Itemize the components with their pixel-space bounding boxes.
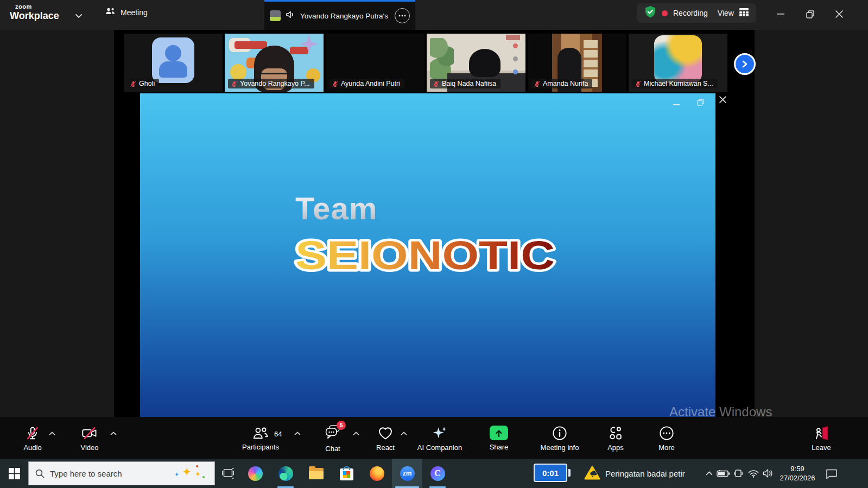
search-highlights-sparkle-icon: ✦ ✦ ✦ <box>174 465 208 481</box>
svg-text:SEIONOTIC: SEIONOTIC <box>295 233 555 278</box>
participant-name-label: Baiq Nada Nafiisa <box>430 79 500 88</box>
view-grid-icon[interactable] <box>739 8 749 18</box>
video-button[interactable]: Video <box>60 417 119 459</box>
tray-chevron-up-icon[interactable] <box>701 459 717 488</box>
app-titlebar: zoom Workplace Meeting Yovando Rangkayo … <box>0 0 868 30</box>
slide-window-minimize-icon[interactable] <box>673 98 680 108</box>
next-participants-button[interactable] <box>734 53 756 75</box>
slide-close-icon[interactable] <box>719 96 727 106</box>
firefox-icon <box>370 466 384 481</box>
search-input[interactable]: Type here to search ✦ ✦ ✦ <box>28 461 215 485</box>
tab-active-speaker[interactable]: Yovando Rangkayo Putra's sc <box>264 0 415 30</box>
window-close-button[interactable] <box>828 4 850 24</box>
clock-time: 9:59 <box>790 464 804 473</box>
tab-meeting-label: Meeting <box>121 8 148 17</box>
participant-tile-amanda[interactable]: Amanda Nurifa <box>528 34 626 92</box>
mic-muted-icon <box>433 80 440 87</box>
participants-count: 64 <box>274 430 282 438</box>
more-button[interactable]: More <box>637 417 696 459</box>
slide-window-restore-icon[interactable] <box>697 98 704 108</box>
mic-muted-icon <box>231 80 238 87</box>
task-view-icon <box>222 468 234 479</box>
workspace-chevron-down-icon[interactable] <box>75 11 83 21</box>
leave-button[interactable]: Leave <box>791 417 851 459</box>
zoom-meeting-window: zoom Workplace Meeting Yovando Rangkayo … <box>0 0 868 488</box>
participant-tile-gholi[interactable]: Gholi <box>124 34 223 92</box>
taskbar-clock[interactable]: 9:59 27/02/2026 <box>775 459 820 488</box>
taskbar-app-canva[interactable]: C <box>422 459 453 488</box>
participants-options-caret[interactable] <box>294 428 301 438</box>
taskbar-app-file-explorer[interactable] <box>301 459 331 488</box>
participant-name-label: Gholi <box>127 79 159 88</box>
avatar-placeholder-icon <box>152 37 194 83</box>
ai-companion-button[interactable]: AI Companion <box>410 417 470 459</box>
logo-text-workplace: Workplace <box>10 11 59 21</box>
apps-label: Apps <box>607 443 624 452</box>
security-shield-icon[interactable] <box>644 5 656 21</box>
taskbar-app-zoom[interactable]: zm <box>392 459 422 488</box>
action-center-icon[interactable] <box>824 459 839 488</box>
task-view-button[interactable] <box>215 459 241 488</box>
recording-status-group: Recording View <box>637 3 756 23</box>
audio-button[interactable]: Audio <box>3 417 62 459</box>
news-weather-text[interactable]: Peringatan badai petir <box>605 459 685 488</box>
leave-label: Leave <box>812 443 831 452</box>
windows-taskbar: Type here to search ✦ ✦ ✦ <box>0 459 868 488</box>
taskbar-app-firefox[interactable] <box>362 459 392 488</box>
camera-muted-icon <box>81 426 98 441</box>
meeting-people-icon <box>105 7 116 17</box>
view-button-label[interactable]: View <box>718 9 734 17</box>
mic-muted-icon <box>25 426 40 441</box>
zoom-app-icon: zm <box>400 466 415 481</box>
meeting-toolbar: Audio Video Participants 64 <box>0 417 868 459</box>
audio-label: Audio <box>23 443 41 452</box>
taskbar-app-edge[interactable] <box>270 459 301 488</box>
react-button[interactable]: React <box>356 417 415 459</box>
mic-muted-icon <box>534 80 541 87</box>
chat-unread-badge: 5 <box>337 421 346 430</box>
weather-warning-icon[interactable] <box>584 466 600 483</box>
participant-tile-yovando[interactable]: Yovando Rangkayo P... <box>225 34 324 92</box>
video-options-caret[interactable] <box>110 428 117 438</box>
mic-muted-icon <box>635 80 642 87</box>
taskbar-app-copilot[interactable] <box>240 459 270 488</box>
participant-tile-ayunda[interactable]: Ayunda Andini Putri <box>326 34 425 92</box>
meeting-timer-badge[interactable]: 0:01 <box>534 464 567 482</box>
window-restore-button[interactable] <box>799 4 821 24</box>
participant-tile-michael[interactable]: Michael Kurniawan S... <box>629 34 727 92</box>
recording-label: Recording <box>673 9 708 17</box>
ai-sparkle-icon <box>432 426 448 441</box>
chat-button[interactable]: 5 Chat <box>303 417 363 459</box>
participants-icon <box>252 426 269 440</box>
apps-icon <box>608 426 623 441</box>
zoom-workplace-logo[interactable]: zoom Workplace <box>10 4 59 21</box>
window-minimize-button[interactable] <box>770 4 791 24</box>
tray-speaker-icon[interactable] <box>760 459 775 488</box>
audio-options-caret[interactable] <box>49 428 55 438</box>
start-button[interactable] <box>0 459 28 488</box>
share-label: Share <box>490 443 509 451</box>
ai-companion-label: AI Companion <box>417 443 462 452</box>
mic-muted-icon <box>130 80 137 87</box>
speaker-audio-icon <box>286 10 295 21</box>
meeting-info-label: Meeting info <box>541 443 579 452</box>
share-button[interactable]: Share <box>469 417 529 459</box>
leave-door-icon <box>813 426 830 441</box>
clock-date: 27/02/2026 <box>780 473 815 483</box>
tab-meeting[interactable]: Meeting <box>105 7 148 17</box>
participant-name-label: Yovando Rangkayo P... <box>228 79 314 88</box>
avatar-image <box>654 35 702 83</box>
tray-battery-icon[interactable] <box>715 459 731 488</box>
timer-badge-nub <box>568 469 571 477</box>
participant-name-label: Michael Kurniawan S... <box>632 79 718 88</box>
tray-phone-link-icon[interactable] <box>731 459 746 488</box>
tray-wifi-icon[interactable] <box>746 459 761 488</box>
meeting-info-button[interactable]: Meeting info <box>530 417 590 459</box>
tab-more-options-button[interactable] <box>395 8 410 23</box>
react-options-caret[interactable] <box>401 428 407 438</box>
participant-tile-baiq[interactable]: Baiq Nada Nafiisa <box>427 34 525 92</box>
more-label: More <box>658 443 675 452</box>
taskbar-app-store[interactable] <box>331 459 362 488</box>
chat-label: Chat <box>325 445 340 453</box>
logo-text-zoom: zoom <box>15 4 59 10</box>
